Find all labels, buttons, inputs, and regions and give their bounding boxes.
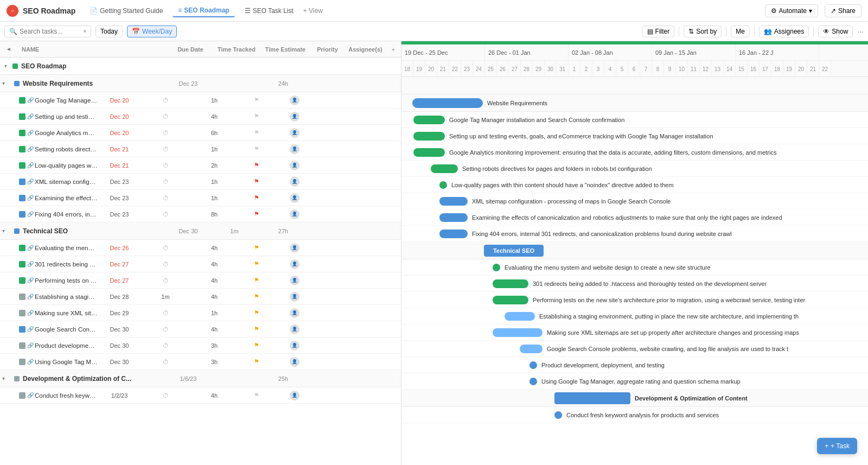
- task-checkbox[interactable]: [19, 130, 25, 136]
- gantt-bar-keyword[interactable]: [554, 411, 562, 419]
- avatar: 👤: [290, 324, 299, 334]
- task-priority: ⚑: [239, 277, 274, 284]
- gantt-bar-404[interactable]: [439, 230, 468, 238]
- eye-icon: 👁: [823, 28, 829, 35]
- share-button[interactable]: ↗ Share: [825, 4, 861, 17]
- gantt-bar-staging[interactable]: [505, 312, 535, 321]
- gantt-bar-canonicalization[interactable]: [439, 213, 468, 222]
- top-bar: ○ SEO Roadmap 📄 Getting Started Guide ≡ …: [0, 0, 868, 22]
- task-indent: 🔗 Fixing 404 errors, internal 30...: [0, 211, 98, 218]
- task-est: 4h: [190, 392, 239, 399]
- add-task-button[interactable]: + + Task: [817, 438, 857, 454]
- gantt-bar-analytics[interactable]: [413, 148, 445, 157]
- add-view-button[interactable]: + View: [303, 7, 323, 15]
- task-name: Setting robots directives for ...: [35, 146, 98, 152]
- group-seo-roadmap[interactable]: ▾ SEO Roadmap: [0, 58, 401, 75]
- add-column-btn[interactable]: +: [386, 46, 401, 53]
- gantt-bar-technical-seo-group[interactable]: Technical SEO: [484, 245, 544, 257]
- task-row: 🔗 Google Search Console prob... Dec 30 ⏱…: [0, 321, 401, 337]
- gantt-day: 5: [616, 61, 628, 77]
- task-checkbox[interactable]: [19, 113, 25, 120]
- gantt-bar-menu[interactable]: [493, 264, 500, 271]
- gantt-row-task2: Setting up and testing events, goals, an…: [401, 128, 868, 144]
- task-indent: 🔗 Low-quality pages with thin ...: [0, 162, 98, 169]
- gantt-bar-schema[interactable]: [529, 378, 537, 385]
- task-checkbox[interactable]: [19, 179, 25, 185]
- task-tracked: ⏱: [141, 342, 190, 349]
- gantt-bar-301[interactable]: [493, 279, 528, 288]
- task-priority: ⚑: [239, 194, 274, 201]
- gantt-bar-dev-opt-group[interactable]: [554, 392, 630, 404]
- task-checkbox[interactable]: [19, 211, 25, 218]
- task-due: Dec 20: [98, 113, 141, 120]
- group-header-technical-seo[interactable]: ▾ Technical SEO Dec 30 1m 27h: [0, 222, 401, 240]
- gantt-bar-product[interactable]: [529, 361, 537, 369]
- group-website-requirements: ▾ Website Requirements Dec 23 24h 🔗 Goog…: [0, 75, 401, 222]
- avatar: 👤: [290, 112, 299, 122]
- group-header-dev[interactable]: ▾ Development & Optimization of C... 1/6…: [0, 370, 401, 387]
- task-due: Dec 30: [98, 342, 141, 349]
- task-checkbox[interactable]: [19, 261, 25, 267]
- gantt-bar-lowquality[interactable]: [439, 181, 447, 189]
- task-checkbox[interactable]: [19, 245, 25, 251]
- group-header-website-req[interactable]: ▾ Website Requirements Dec 23 24h: [0, 75, 401, 92]
- more-options[interactable]: ···: [857, 27, 864, 36]
- task-checkbox[interactable]: [19, 277, 25, 284]
- task-link-icon: 🔗: [27, 97, 34, 103]
- gantt-bar-events[interactable]: [413, 132, 445, 141]
- gantt-bar-xml-arch[interactable]: [493, 328, 542, 337]
- task-est: 4h: [190, 245, 239, 251]
- toolbar: 🔍 ▾ Today 📅 Week/Day ▤ Filter ⇅ Sort by …: [0, 22, 868, 41]
- task-checkbox[interactable]: [19, 342, 25, 349]
- task-checkbox[interactable]: [19, 392, 25, 399]
- share-icon: ↗: [831, 7, 836, 15]
- task-assignee: 👤: [274, 193, 315, 203]
- me-button[interactable]: Me: [731, 26, 750, 37]
- gantt-bar-tests[interactable]: [493, 296, 528, 304]
- tab-getting-started[interactable]: 📄 Getting Started Guide: [84, 5, 168, 17]
- gantt-bar-robots[interactable]: [431, 164, 458, 173]
- gantt-row-task5: Low-quality pages with thin content shou…: [401, 177, 868, 193]
- gantt-bar-xml[interactable]: [439, 197, 468, 206]
- task-link-icon: 🔗: [27, 310, 34, 316]
- task-priority: ⚑: [239, 293, 274, 300]
- task-est: 4h: [190, 294, 239, 300]
- gantt-day: 21: [807, 61, 819, 77]
- task-checkbox[interactable]: [19, 162, 25, 169]
- task-assignee: 👤: [274, 341, 315, 351]
- gantt-day: 20: [795, 61, 807, 77]
- task-checkbox[interactable]: [19, 294, 25, 300]
- tab-seo-task-list[interactable]: ☰ SEO Task List: [239, 5, 299, 17]
- task-checkbox[interactable]: [19, 97, 25, 104]
- task-checkbox[interactable]: [19, 359, 25, 365]
- gantt-label-tests: Performing tests on the new site's archi…: [533, 297, 805, 303]
- task-checkbox[interactable]: [19, 146, 25, 152]
- filter-button[interactable]: ▤ Filter: [642, 26, 675, 37]
- avatar: 👤: [290, 95, 299, 105]
- gantt-day: 10: [676, 61, 688, 77]
- automate-button[interactable]: ⚙ Automate ▾: [765, 4, 818, 17]
- gantt-bar-gsc[interactable]: [520, 345, 542, 353]
- tab-seo-roadmap[interactable]: ≡ SEO Roadmap: [173, 4, 234, 17]
- filter-icon: ▤: [647, 28, 653, 35]
- task-indent: 🔗 Google Analytics monitoring...: [0, 130, 98, 136]
- sort-button[interactable]: ⇅ Sort by: [684, 26, 722, 37]
- search-input[interactable]: [20, 28, 81, 35]
- dev-opt-group-label: Development & Optimization of Content: [635, 395, 748, 402]
- task-checkbox[interactable]: [19, 326, 25, 333]
- task-checkbox[interactable]: [19, 310, 25, 316]
- search-box[interactable]: 🔍 ▾: [4, 26, 91, 37]
- separator3: [754, 27, 755, 36]
- gantt-label-website-req: Website Requirements: [487, 100, 547, 106]
- collapse-toggle[interactable]: ◂: [0, 46, 17, 53]
- task-checkbox[interactable]: [19, 195, 25, 201]
- gantt-label-404: Fixing 404 errors, internal 301 redirect…: [472, 231, 732, 237]
- gantt-bar-gtm[interactable]: [413, 116, 445, 124]
- today-button[interactable]: Today: [95, 26, 123, 37]
- gantt-bar-website-req[interactable]: [412, 98, 483, 108]
- assignees-button[interactable]: 👥 Assignees: [759, 26, 809, 37]
- show-button[interactable]: 👁 Show: [818, 26, 853, 37]
- task-est: 1h: [190, 195, 239, 201]
- week-day-button[interactable]: 📅 Week/Day: [127, 26, 177, 37]
- task-assignee: 👤: [274, 243, 315, 253]
